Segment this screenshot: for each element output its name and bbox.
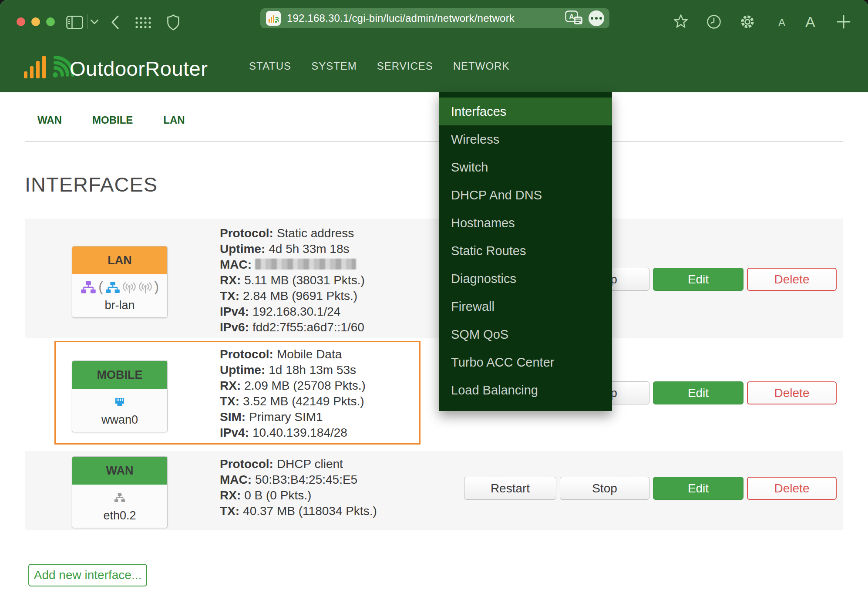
delete-button[interactable]: Delete bbox=[747, 381, 837, 404]
page-content: WANMOBILELAN INTERFACES LAN ( )br-lanPro… bbox=[0, 92, 868, 593]
tab-mobile[interactable]: MOBILE bbox=[92, 114, 133, 126]
new-tab-plus-icon[interactable] bbox=[837, 15, 851, 29]
menu-item-interfaces[interactable]: Interfaces bbox=[439, 98, 612, 125]
translate-icon[interactable]: A bbox=[565, 10, 583, 26]
menu-item-dhcp-and-dns[interactable]: DHCP And DNS bbox=[439, 181, 612, 209]
action-buttons: RestartStopEditDelete bbox=[25, 477, 843, 500]
action-buttons: RestartStopEditDelete bbox=[25, 381, 843, 404]
text-larger-button[interactable]: A bbox=[805, 13, 815, 30]
site-favicon bbox=[266, 11, 281, 26]
sidebar-icon[interactable] bbox=[66, 16, 84, 30]
nav-item-network[interactable]: NETWORK bbox=[453, 60, 510, 72]
interface-row-mobile: MOBILE wwan0Protocol:Mobile DataUptime:1… bbox=[25, 338, 843, 451]
back-icon[interactable] bbox=[111, 16, 119, 29]
device-name: br-lan bbox=[73, 299, 166, 312]
menu-item-turbo-acc-center[interactable]: Turbo ACC Center bbox=[439, 348, 612, 376]
menu-item-wireless[interactable]: Wireless bbox=[439, 125, 612, 153]
stop-button[interactable]: Stop bbox=[560, 477, 649, 500]
menu-item-static-routes[interactable]: Static Routes bbox=[439, 237, 612, 265]
page-title: INTERFACES bbox=[25, 172, 158, 196]
chrome-divider bbox=[87, 14, 87, 29]
browser-chrome: 192.168.30.1/cgi-bin/luci/admin/network/… bbox=[0, 0, 868, 40]
minimize-button[interactable] bbox=[31, 17, 40, 26]
grid-icon[interactable] bbox=[135, 17, 151, 29]
menu-item-diagnostics[interactable]: Diagnostics bbox=[439, 265, 612, 293]
menu-item-firewall[interactable]: Firewall bbox=[439, 293, 612, 320]
edit-button[interactable]: Edit bbox=[653, 477, 744, 500]
browser-window: 192.168.30.1/cgi-bin/luci/admin/network/… bbox=[0, 0, 868, 593]
brand-logo-icon bbox=[24, 52, 76, 84]
brand-name[interactable]: OutdoorRouter bbox=[70, 57, 208, 81]
detail-line-tx: TX:40.37 MB (118034 Pkts.) bbox=[220, 503, 377, 519]
menu-item-sqm-qos[interactable]: SQM QoS bbox=[439, 320, 612, 348]
detail-line-uptime: Uptime:1d 18h 13m 53s bbox=[220, 362, 366, 378]
add-interface-button[interactable]: Add new interface... bbox=[28, 564, 147, 586]
restart-button[interactable]: Restart bbox=[464, 477, 556, 500]
delete-button[interactable]: Delete bbox=[747, 268, 837, 291]
edit-button[interactable]: Edit bbox=[653, 268, 744, 291]
detail-line-ipv4: IPv4:10.40.139.184/28 bbox=[220, 425, 366, 441]
settings-gear-icon[interactable] bbox=[740, 14, 755, 30]
text-smaller-button[interactable]: A bbox=[778, 17, 785, 29]
chrome-divider-2 bbox=[796, 14, 796, 29]
nav-item-system[interactable]: SYSTEM bbox=[311, 60, 357, 72]
edit-button[interactable]: Edit bbox=[653, 381, 744, 404]
fullscreen-button[interactable] bbox=[46, 17, 55, 26]
device-name: eth0.2 bbox=[73, 509, 166, 522]
network-dropdown-menu: InterfacesWirelessSwitchDHCP And DNSHost… bbox=[439, 92, 612, 411]
detail-line-sim: SIM:Primary SIM1 bbox=[220, 409, 366, 425]
detail-line-uptime: Uptime:4d 5h 33m 18s bbox=[220, 241, 365, 257]
device-name: wwan0 bbox=[73, 413, 166, 427]
interface-tabs: WANMOBILELAN bbox=[37, 114, 185, 126]
detail-line-protocol: Protocol:DHCP client bbox=[220, 456, 377, 472]
tab-lan[interactable]: LAN bbox=[163, 114, 185, 126]
site-header: OutdoorRouter STATUSSYSTEMSERVICESNETWOR… bbox=[0, 40, 868, 92]
chevron-down-icon[interactable] bbox=[91, 20, 98, 24]
delete-button[interactable]: Delete bbox=[747, 477, 837, 500]
menu-item-switch[interactable]: Switch bbox=[439, 153, 612, 181]
interface-row-lan: LAN ( )br-lanProtocol:Static addressUpti… bbox=[25, 219, 843, 338]
url-text[interactable]: 192.168.30.1/cgi-bin/luci/admin/network/… bbox=[287, 12, 515, 24]
more-options-icon[interactable] bbox=[589, 10, 604, 26]
history-clock-icon[interactable] bbox=[707, 14, 721, 29]
nav-item-status[interactable]: STATUS bbox=[249, 60, 291, 72]
detail-line-ipv6: IPv6:fdd2:7f55:a6d7::1/60 bbox=[220, 320, 365, 335]
action-buttons: RestartStopEditDelete bbox=[25, 268, 843, 291]
tabs-divider bbox=[25, 141, 843, 142]
interface-row-wan: WAN eth0.2Protocol:DHCP clientMAC:50:B3:… bbox=[25, 451, 843, 530]
svg-text:A: A bbox=[569, 13, 574, 20]
detail-line-ipv4: IPv4:192.168.30.1/24 bbox=[220, 304, 365, 320]
menu-item-load-balancing[interactable]: Load Balancing bbox=[439, 376, 612, 404]
bookmarks-star-icon[interactable] bbox=[673, 14, 689, 30]
url-bar[interactable]: 192.168.30.1/cgi-bin/luci/admin/network/… bbox=[260, 8, 609, 28]
tab-wan[interactable]: WAN bbox=[37, 114, 62, 126]
detail-line-protocol: Protocol:Static address bbox=[220, 226, 365, 241]
main-nav: STATUSSYSTEMSERVICESNETWORK bbox=[249, 40, 509, 92]
nav-item-services[interactable]: SERVICES bbox=[377, 60, 433, 72]
shield-icon[interactable] bbox=[167, 14, 179, 30]
close-button[interactable] bbox=[17, 17, 25, 26]
menu-item-hostnames[interactable]: Hostnames bbox=[439, 209, 612, 237]
detail-line-protocol: Protocol:Mobile Data bbox=[220, 347, 366, 362]
